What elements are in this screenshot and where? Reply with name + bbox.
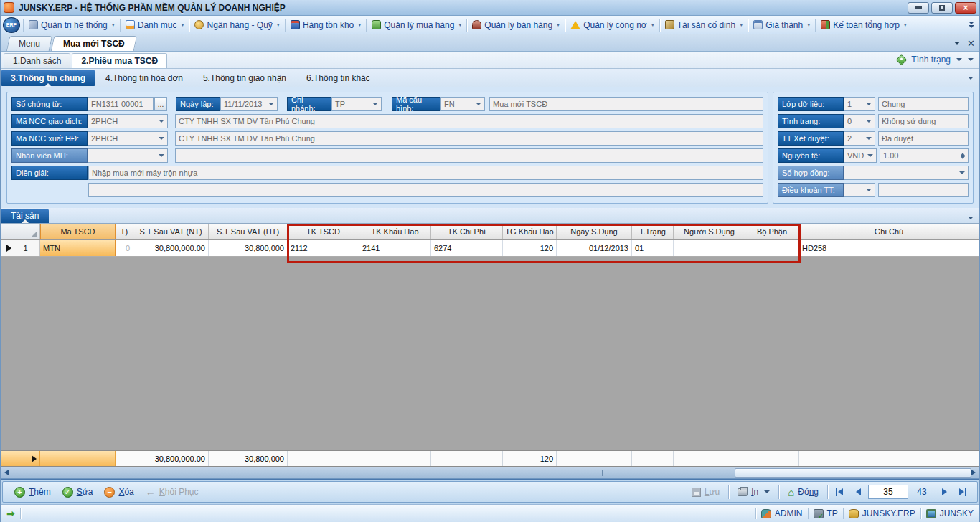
first-page-button[interactable] bbox=[831, 485, 848, 499]
menu-item-danh-muc[interactable]: Danh mục▾ bbox=[121, 17, 189, 33]
column-header-nguoi-su-dung[interactable]: Người S.Dụng bbox=[674, 224, 745, 239]
dien-giai-field[interactable]: Nhập mua mới máy trộn nhựa bbox=[88, 166, 763, 180]
edit-button[interactable]: ✓Sửa bbox=[57, 487, 99, 498]
cell-tk-khau-hao[interactable]: 2141 bbox=[359, 240, 431, 256]
scroll-left-icon[interactable] bbox=[1, 468, 12, 478]
restore-record-button[interactable]: ←Khôi Phục bbox=[140, 486, 204, 498]
lop-du-lieu-text-field[interactable]: Chung bbox=[878, 97, 969, 111]
row-indicator-cell[interactable]: 1 bbox=[1, 240, 40, 256]
menu-item-hang-ton-kho[interactable]: Hàng tồn kho▾ bbox=[286, 17, 366, 33]
ncc-xuat-hd-name-field[interactable]: CTY TNHH SX TM DV Tân Phú Chung bbox=[175, 131, 763, 146]
cell-bo-phan[interactable] bbox=[745, 240, 799, 256]
chevron-down-icon[interactable] bbox=[864, 117, 873, 125]
erp-logo-button[interactable]: ERP bbox=[3, 17, 20, 33]
minimize-button[interactable] bbox=[908, 2, 929, 14]
tinh-trang-code-field[interactable]: 0 bbox=[844, 114, 875, 128]
column-header-tk-tscd[interactable]: TK TSCĐ bbox=[288, 224, 359, 239]
scroll-right-icon[interactable] bbox=[968, 468, 979, 478]
cell-tg-khau-hao[interactable]: 120 bbox=[503, 240, 557, 256]
nguyen-te-code-field[interactable]: VND bbox=[844, 148, 877, 163]
tab-phieu-mua-tscd[interactable]: 2.Phiếu mua TSCĐ bbox=[72, 53, 167, 68]
lop-du-lieu-code-field[interactable]: 1 bbox=[844, 97, 875, 111]
add-button[interactable]: +Thêm bbox=[9, 487, 57, 498]
menu-item-ke-toan-tong-hop[interactable]: Kế toán tổng hợp▾ bbox=[816, 17, 912, 33]
status-filter-label[interactable]: Tình trạng bbox=[911, 54, 951, 65]
menu-item-quan-ly-mua-hang[interactable]: Quản lý mua hàng▾ bbox=[367, 17, 466, 33]
print-button[interactable]: In bbox=[732, 487, 776, 497]
delete-button[interactable]: –Xóa bbox=[98, 487, 139, 498]
spinner-icon[interactable] bbox=[958, 153, 965, 159]
column-header-ghi-chu[interactable]: Ghi Chú bbox=[799, 224, 979, 239]
chevron-down-icon[interactable] bbox=[968, 217, 974, 219]
so-chung-tu-field[interactable]: FN1311-00001 bbox=[88, 97, 154, 111]
menu-item-gia-thanh[interactable]: Giá thành▾ bbox=[748, 17, 815, 33]
chevron-down-icon[interactable] bbox=[968, 58, 974, 61]
dien-giai-field-2[interactable] bbox=[88, 183, 763, 197]
tab-tai-san[interactable]: Tài sản bbox=[1, 209, 49, 223]
table-row[interactable]: 1 MTN 0 30,800,000.00 30,800,000 2112 21… bbox=[1, 240, 979, 257]
column-header-tk-khau-hao[interactable]: TK Khấu Hao bbox=[359, 224, 431, 239]
chevron-down-icon[interactable] bbox=[157, 117, 166, 125]
cell-ma-tscd[interactable]: MTN bbox=[40, 240, 116, 256]
menu-item-quan-ly-cong-no[interactable]: Quản lý công nợ▾ bbox=[565, 17, 659, 33]
tab-mua-moi-tscd[interactable]: Mua mới TSCĐ bbox=[51, 36, 137, 51]
tab-list-dropdown-icon[interactable] bbox=[954, 42, 960, 45]
chevron-down-icon[interactable] bbox=[968, 77, 974, 80]
nhan-vien-mh-name-field[interactable] bbox=[175, 148, 763, 163]
menu-item-quan-tri-he-thong[interactable]: Quản trị hệ thống▾ bbox=[24, 17, 120, 33]
nhan-vien-mh-field[interactable] bbox=[88, 148, 168, 163]
cell-tk-chi-phi[interactable]: 6274 bbox=[431, 240, 503, 256]
save-button[interactable]: Lưu bbox=[686, 487, 725, 497]
column-header-st-sau-vat-nt[interactable]: S.T Sau VAT (NT) bbox=[133, 224, 209, 239]
tab-thong-tin-chung[interactable]: 3.Thông tin chung bbox=[1, 70, 95, 86]
chevron-down-icon[interactable] bbox=[474, 100, 483, 108]
chi-nhanh-field[interactable]: TP bbox=[331, 97, 382, 111]
column-header-t-trang[interactable]: T.Trạng bbox=[632, 224, 674, 239]
chevron-down-icon[interactable] bbox=[157, 134, 166, 143]
column-header-ma-tscd[interactable]: Mã TSCĐ bbox=[40, 224, 116, 239]
ma-cau-hinh-text-field[interactable]: Mua mới TSCĐ bbox=[489, 97, 763, 111]
horizontal-scrollbar[interactable] bbox=[1, 467, 979, 479]
cell-st-sau-vat-nt[interactable]: 30,800,000.00 bbox=[133, 240, 209, 256]
ma-cau-hinh-field[interactable]: FN bbox=[440, 97, 485, 111]
close-button[interactable]: × bbox=[955, 2, 976, 14]
cell-st-sau-vat-ht[interactable]: 30,800,000 bbox=[209, 240, 288, 256]
cell-tk-tscd[interactable]: 2112 bbox=[288, 240, 359, 256]
column-header-tk-chi-phi[interactable]: TK Chi Phí bbox=[431, 224, 503, 239]
column-header-ngay-su-dung[interactable]: Ngày S.Dụng bbox=[557, 224, 632, 239]
menu-overflow-icon[interactable] bbox=[969, 22, 977, 28]
ma-ncc-xuat-hd-field[interactable]: 2PHCH bbox=[88, 131, 168, 146]
column-header-st-sau-vat-ht[interactable]: S.T Sau VAT (HT) bbox=[209, 224, 288, 239]
cell-truncated[interactable]: 0 bbox=[116, 240, 133, 256]
column-header-bo-phan[interactable]: Bộ Phận bbox=[745, 224, 799, 239]
column-header-truncated[interactable]: T) bbox=[116, 224, 133, 239]
tab-thong-tin-khac[interactable]: 6.Thông tin khác bbox=[296, 70, 380, 86]
cell-nguoi-su-dung[interactable] bbox=[674, 240, 745, 256]
chevron-down-icon[interactable] bbox=[267, 100, 275, 108]
restore-button[interactable] bbox=[931, 2, 953, 14]
cell-ngay-su-dung[interactable]: 01/12/2013 bbox=[557, 240, 632, 256]
chevron-down-icon[interactable] bbox=[958, 169, 966, 177]
chevron-down-icon[interactable] bbox=[157, 151, 166, 160]
tab-thong-tin-hoa-don[interactable]: 4.Thông tin hóa đơn bbox=[95, 70, 193, 86]
chevron-down-icon[interactable] bbox=[764, 490, 770, 493]
ncc-giao-dich-name-field[interactable]: CTY TNHH SX TM DV Tân Phú Chung bbox=[175, 114, 763, 128]
grid-corner-cell[interactable] bbox=[1, 224, 40, 239]
tab-thong-tin-giao-nhan[interactable]: 5.Thông tin giao nhận bbox=[193, 70, 296, 86]
previous-page-button[interactable] bbox=[849, 485, 867, 499]
dieu-khoan-tt-text-field[interactable] bbox=[878, 183, 969, 197]
menu-item-tai-san-co-dinh[interactable]: Tài sản cố định▾ bbox=[660, 17, 748, 33]
close-tab-icon[interactable]: ✕ bbox=[967, 39, 975, 48]
next-page-button[interactable] bbox=[936, 485, 953, 499]
close-form-button[interactable]: ⌂Đóng bbox=[782, 487, 824, 498]
tt-xet-duyet-code-field[interactable]: 2 bbox=[844, 131, 875, 146]
ngay-lap-field[interactable]: 11/11/2013 bbox=[220, 97, 278, 111]
menu-item-ngan-hang-quy[interactable]: Ngân hàng - Quỹ▾ bbox=[189, 17, 284, 33]
chevron-down-icon[interactable] bbox=[866, 151, 875, 160]
tab-menu[interactable]: Menu bbox=[6, 36, 52, 51]
chevron-down-icon[interactable] bbox=[371, 100, 380, 108]
tt-xet-duyet-text-field[interactable]: Đã duyệt bbox=[878, 131, 969, 146]
chevron-down-icon[interactable] bbox=[864, 186, 873, 194]
column-header-tg-khau-hao[interactable]: TG Khấu Hao bbox=[503, 224, 557, 239]
cell-ghi-chu[interactable]: HD258 bbox=[799, 240, 979, 256]
